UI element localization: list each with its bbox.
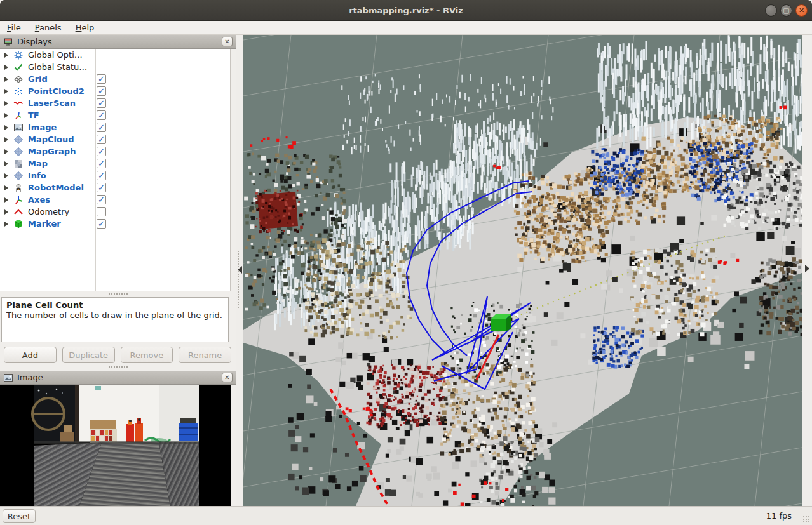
maximize-button[interactable]: ▢ (780, 4, 792, 17)
displays-panel-header[interactable]: Displays ✕ (0, 35, 236, 49)
camera-image (0, 385, 231, 506)
display-checkbox[interactable]: ✓ (97, 183, 106, 192)
display-checkbox[interactable]: ✓ (97, 98, 106, 108)
expander-icon[interactable] (4, 137, 8, 142)
display-row-axes[interactable]: Axes✓ (0, 194, 230, 206)
expander-icon[interactable] (4, 53, 8, 58)
map-icon (13, 159, 24, 169)
expander-icon[interactable] (4, 101, 8, 106)
display-label: MapCloud (28, 135, 74, 144)
display-label: Info (28, 171, 46, 180)
close-button[interactable]: ✕ (795, 4, 808, 17)
display-row-grid[interactable]: Grid✓ (0, 73, 230, 85)
expander-icon[interactable] (4, 222, 8, 227)
axes-icon (13, 195, 24, 205)
gear-icon (13, 50, 24, 60)
display-label: TF (28, 110, 39, 120)
menu-panels[interactable]: Panels (28, 22, 69, 34)
display-row-pointcloud2[interactable]: PointCloud2✓ (0, 85, 230, 97)
expander-icon[interactable] (4, 77, 8, 82)
display-label: Image (28, 123, 57, 132)
display-label: Axes (28, 195, 50, 204)
laserscan-icon (13, 98, 24, 109)
display-buttons-row: Add Duplicate Remove Rename (4, 347, 231, 364)
display-checkbox[interactable]: ✓ (97, 123, 106, 132)
display-checkbox[interactable]: ✓ (97, 86, 106, 96)
display-row-laserscan[interactable]: LaserScan✓ (0, 97, 230, 109)
display-row-mapgraph[interactable]: MapGraph✓ (0, 145, 230, 157)
display-row-map[interactable]: Map✓ (0, 157, 230, 169)
status-bar: Reset 11 fps (0, 506, 812, 525)
3d-viewport[interactable] (243, 35, 802, 506)
display-checkbox[interactable]: ✓ (97, 110, 106, 120)
display-label: MapGraph (28, 147, 76, 156)
display-label: Odometry (28, 207, 69, 216)
remove-button[interactable]: Remove (121, 347, 173, 363)
displays-panel-icon (3, 37, 13, 47)
right-viewport-splitter[interactable] (802, 35, 812, 506)
expander-icon[interactable] (4, 89, 8, 94)
menu-file[interactable]: File (0, 22, 28, 34)
display-label: PointCloud2 (28, 86, 85, 96)
add-button[interactable]: Add (4, 347, 57, 363)
display-row-image[interactable]: Image✓ (0, 121, 230, 133)
display-row-mapcloud[interactable]: MapCloud✓ (0, 133, 230, 145)
display-row-robotmodel[interactable]: RobotModel✓ (0, 182, 230, 194)
displays-panel-close-button[interactable]: ✕ (222, 37, 233, 46)
display-checkbox[interactable]: ✓ (97, 74, 106, 84)
display-checkbox[interactable]: ✓ (97, 159, 106, 168)
titlebar[interactable]: rtabmapping.rviz* - RViz – ▢ ✕ (0, 0, 812, 21)
marker-icon (13, 219, 24, 229)
robot-icon (13, 183, 24, 193)
image-panel-header[interactable]: Image ✕ (0, 371, 236, 385)
display-checkbox[interactable]: ✓ (97, 195, 106, 204)
expander-icon[interactable] (4, 65, 8, 70)
display-row-odometry[interactable]: Odometry (0, 206, 230, 218)
image-panel-close-button[interactable]: ✕ (222, 373, 233, 382)
left-panel-column: Displays ✕ Global Opti…Global Statu…Grid… (0, 35, 236, 506)
panel-splitter-handle[interactable] (0, 291, 236, 297)
display-checkbox[interactable]: ✓ (97, 171, 106, 180)
display-label: Marker (28, 219, 61, 229)
expander-icon[interactable] (4, 149, 8, 154)
expander-icon[interactable] (4, 113, 8, 118)
window-controls: – ▢ ✕ (765, 4, 808, 17)
display-checkbox[interactable]: ✓ (97, 147, 106, 156)
left-viewport-splitter[interactable] (236, 35, 243, 506)
display-row-info[interactable]: Info✓ (0, 169, 230, 182)
check-icon (13, 62, 24, 72)
expander-icon[interactable] (4, 161, 8, 166)
menu-help[interactable]: Help (69, 22, 102, 34)
resize-grip[interactable] (802, 515, 810, 523)
expander-icon[interactable] (4, 209, 8, 215)
duplicate-button[interactable]: Duplicate (62, 347, 115, 363)
displays-tree[interactable]: Global Opti…Global Statu…Grid✓PointCloud… (0, 49, 231, 291)
splitter-dots (238, 251, 239, 308)
property-help-title: Plane Cell Count (6, 300, 224, 310)
display-label: Global Statu… (28, 62, 87, 72)
rviz-window: rtabmapping.rviz* - RViz – ▢ ✕ File Pane… (0, 0, 812, 525)
minimize-button[interactable]: – (765, 4, 777, 17)
display-row-global-statu-[interactable]: Global Statu… (0, 61, 230, 73)
display-row-tf[interactable]: TF✓ (0, 109, 230, 121)
display-checkbox[interactable]: ✓ (97, 135, 106, 144)
display-row-global-opti-[interactable]: Global Opti… (0, 49, 230, 61)
expander-icon[interactable] (4, 173, 8, 178)
rename-button[interactable]: Rename (179, 347, 231, 363)
collapse-left-arrow-icon[interactable] (238, 266, 242, 274)
reset-button[interactable]: Reset (3, 509, 36, 523)
camera-image-area (0, 385, 231, 506)
expander-icon[interactable] (4, 125, 8, 130)
display-label: Global Opti… (28, 50, 83, 60)
display-label: Grid (28, 74, 48, 84)
display-row-marker[interactable]: Marker✓ (0, 218, 230, 230)
property-help-box: Plane Cell Count The number of cells to … (1, 297, 229, 342)
expander-icon[interactable] (4, 197, 8, 203)
panel-splitter-handle[interactable] (0, 364, 236, 370)
expander-icon[interactable] (4, 185, 8, 190)
display-checkbox[interactable]: ✓ (97, 219, 106, 229)
menubar: File Panels Help (0, 21, 812, 35)
property-help-description: The number of cells to draw in the plane… (6, 310, 224, 320)
display-checkbox[interactable] (97, 207, 106, 216)
collapse-right-arrow-icon[interactable] (805, 265, 809, 272)
